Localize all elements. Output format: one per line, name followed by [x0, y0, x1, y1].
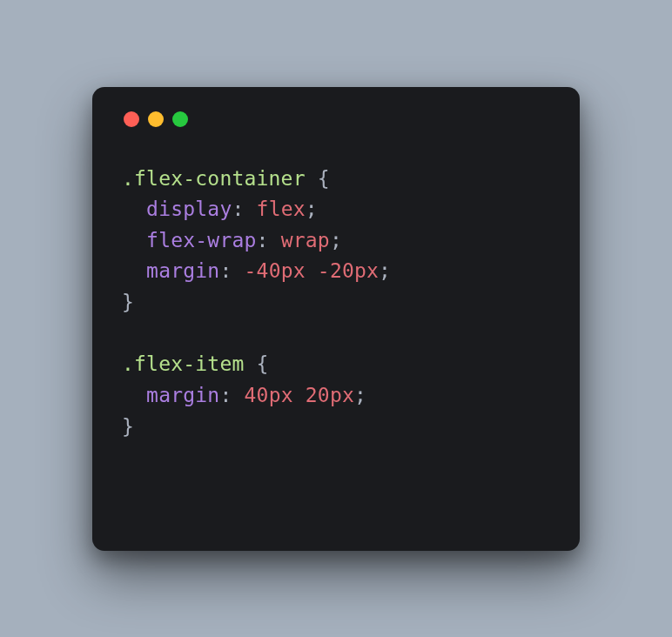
css-value: -20px [318, 259, 379, 282]
code-window: .flex-container { display: flex; flex-wr… [92, 87, 580, 551]
css-property: display [146, 198, 232, 220]
traffic-lights [124, 111, 550, 127]
css-selector: .flex-item [122, 352, 244, 375]
close-icon[interactable] [124, 111, 139, 127]
css-selector: .flex-container [122, 167, 306, 190]
maximize-icon[interactable] [172, 111, 188, 127]
brace-open: { [318, 167, 330, 190]
css-property: margin [146, 259, 219, 282]
css-value: -40px [245, 259, 306, 282]
css-value: 20px [306, 384, 354, 406]
brace-close: } [122, 291, 134, 313]
css-value: flex [257, 198, 306, 220]
minimize-icon[interactable] [148, 111, 164, 127]
css-value: wrap [281, 229, 330, 251]
brace-close: } [122, 415, 134, 438]
css-property: margin [146, 384, 219, 406]
brace-open: { [257, 352, 269, 375]
css-value: 40px [245, 384, 293, 406]
code-snippet: .flex-container { display: flex; flex-wr… [122, 164, 550, 443]
css-property: flex-wrap [146, 229, 256, 251]
